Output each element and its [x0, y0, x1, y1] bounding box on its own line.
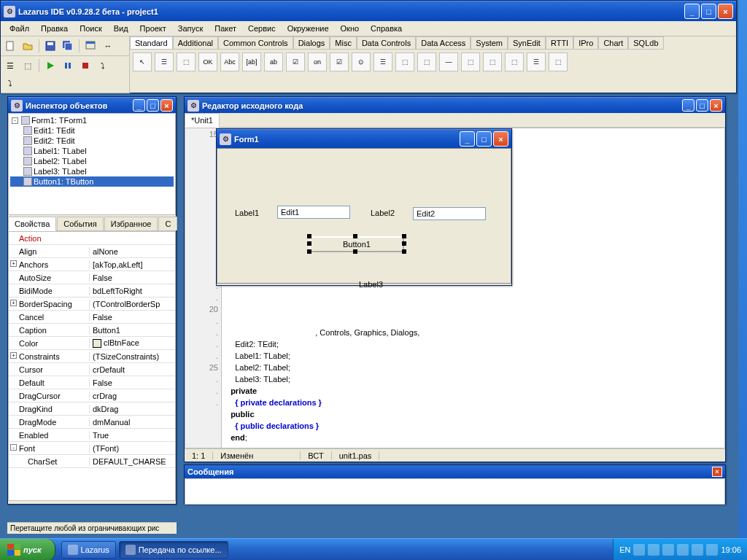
tree-item[interactable]: Edit1: TEdit	[10, 125, 174, 136]
component-button[interactable]: ☰	[527, 52, 546, 71]
menu-проект[interactable]: Проект	[134, 23, 172, 34]
stop-button[interactable]	[77, 58, 93, 74]
clock[interactable]: 19:06	[721, 545, 741, 554]
menu-вид[interactable]: Вид	[108, 23, 134, 34]
design-label2[interactable]: Label2	[371, 209, 395, 217]
menu-правка[interactable]: Правка	[35, 23, 74, 34]
open-button[interactable]	[20, 38, 36, 54]
menu-окружение[interactable]: Окружение	[282, 23, 335, 34]
new-unit-button[interactable]	[2, 38, 18, 54]
property-row[interactable]: DefaultFalse	[9, 376, 175, 389]
menu-пакет[interactable]: Пакет	[209, 23, 242, 34]
design-edit2[interactable]: Edit2	[413, 207, 486, 220]
inspector-tab[interactable]: Избранное	[104, 217, 158, 230]
messages-close-button[interactable]: ×	[712, 467, 722, 477]
component-button[interactable]: ab	[264, 52, 283, 71]
menu-сервис[interactable]: Сервис	[242, 23, 282, 34]
menu-справка[interactable]: Справка	[365, 23, 408, 34]
component-button[interactable]: OK	[198, 52, 217, 71]
palette-tab[interactable]: Chart	[598, 36, 628, 50]
selection-handle[interactable]	[353, 234, 357, 238]
view-forms-button[interactable]: ⬚	[20, 58, 36, 74]
new-form-button[interactable]	[82, 38, 98, 54]
property-row[interactable]: CursorcrDefault	[9, 363, 175, 376]
form-maximize-button[interactable]: □	[476, 131, 492, 147]
selection-handle[interactable]	[307, 234, 311, 238]
component-button[interactable]: ⊙	[352, 52, 371, 71]
run-button[interactable]	[42, 58, 58, 74]
selection-handle[interactable]	[402, 241, 406, 246]
inspector-close-button[interactable]: ×	[160, 99, 173, 112]
property-grid[interactable]: ActionAlignalNone+Anchors[akTop,akLeft]A…	[8, 231, 176, 501]
start-button[interactable]: пуск	[0, 539, 55, 561]
component-button[interactable]: ☰	[155, 52, 174, 71]
menu-файл[interactable]: Файл	[4, 23, 35, 34]
palette-tab[interactable]: Dialogs	[293, 36, 330, 50]
component-button[interactable]: ⬚	[483, 52, 502, 71]
menu-окно[interactable]: Окно	[335, 23, 365, 34]
property-row[interactable]: EnabledTrue	[9, 429, 175, 442]
messages-titlebar[interactable]: Сообщения ×	[185, 465, 725, 478]
component-button[interactable]: ☑	[330, 52, 349, 71]
property-row[interactable]: DragCursorcrDrag	[9, 389, 175, 402]
inspector-maximize-button[interactable]: □	[147, 99, 159, 112]
language-indicator[interactable]: EN	[619, 545, 630, 554]
component-button[interactable]: ⬚	[549, 52, 568, 71]
tray-icon[interactable]	[692, 544, 703, 556]
property-row[interactable]: BidiModebdLeftToRight	[9, 284, 175, 298]
palette-tab[interactable]: Common Controls	[218, 36, 293, 50]
property-row[interactable]: CharSetDEFAULT_CHARSE	[9, 455, 175, 468]
palette-tab[interactable]: Data Controls	[357, 36, 416, 50]
palette-tab[interactable]: Additional	[173, 36, 218, 50]
save-all-button[interactable]	[60, 38, 76, 54]
component-button[interactable]: ⬚	[177, 52, 196, 71]
tree-item[interactable]: Label2: TLabel	[10, 156, 174, 166]
editor-tab-unit1[interactable]: *Unit1	[185, 113, 220, 128]
palette-tab[interactable]: System	[471, 36, 508, 50]
component-button[interactable]: ↖	[133, 52, 152, 71]
form-design-surface[interactable]: Label1 Edit1 Label2 Edit2 Button1 Label3	[217, 148, 511, 284]
component-button[interactable]: ⬚	[395, 52, 414, 71]
property-row[interactable]: +Constraints(TSizeConstraints)	[9, 350, 175, 363]
inspector-minimize-button[interactable]: _	[133, 99, 145, 112]
component-button[interactable]: [ab]	[242, 52, 261, 71]
selection-handle[interactable]	[307, 249, 311, 254]
system-tray[interactable]: EN 19:06	[613, 539, 747, 561]
tree-item[interactable]: -Form1: TForm1	[10, 115, 174, 125]
component-button[interactable]: on	[308, 52, 327, 71]
maximize-button[interactable]: □	[701, 4, 716, 19]
editor-titlebar[interactable]: ⚙ Редактор исходного кода _ □ ×	[185, 97, 725, 113]
menu-поиск[interactable]: Поиск	[74, 23, 107, 34]
tree-item[interactable]: Label1: TLabel	[10, 146, 174, 156]
property-row[interactable]: CaptionButton1	[9, 324, 175, 337]
selection-handle[interactable]	[307, 241, 311, 246]
step-over-button[interactable]: ⤵	[95, 58, 111, 74]
property-row[interactable]: DragModedmManual	[9, 416, 175, 429]
selection-handle[interactable]	[402, 249, 406, 254]
selection-handle[interactable]	[402, 234, 406, 238]
toggle-form-button[interactable]: ↔	[100, 38, 116, 54]
pause-button[interactable]	[60, 58, 76, 74]
component-button[interactable]: ⬚	[417, 52, 436, 71]
property-row[interactable]: AlignalNone	[9, 245, 175, 258]
main-titlebar[interactable]: ⚙ Lazarus IDE v0.9.28.2 бета - project1 …	[1, 1, 736, 21]
form-close-button[interactable]: ×	[493, 131, 508, 147]
inspector-tab[interactable]: Свойства	[8, 217, 56, 231]
form-titlebar[interactable]: ⚙ Form1 _ □ ×	[217, 129, 511, 148]
inspector-titlebar[interactable]: ⚙ Инспектор объектов _ □ ×	[8, 97, 176, 113]
tree-item[interactable]: Edit2: TEdit	[10, 136, 174, 146]
palette-tab[interactable]: IPro	[573, 36, 598, 50]
inspector-tab[interactable]: События	[57, 217, 103, 230]
menu-запуск[interactable]: Запуск	[172, 23, 209, 34]
property-row[interactable]: Action	[9, 232, 175, 245]
view-units-button[interactable]: ☰	[2, 58, 18, 74]
step-into-button[interactable]: ⤵	[2, 75, 18, 91]
tray-icon[interactable]	[648, 544, 659, 556]
editor-minimize-button[interactable]: _	[682, 99, 694, 112]
messages-list[interactable]	[185, 478, 725, 505]
palette-tab[interactable]: Data Access	[416, 36, 471, 50]
property-row[interactable]: +BorderSpacing(TControlBorderSp	[9, 298, 175, 311]
editor-close-button[interactable]: ×	[710, 99, 722, 112]
minimize-button[interactable]: _	[684, 4, 700, 19]
save-button[interactable]	[42, 38, 58, 54]
